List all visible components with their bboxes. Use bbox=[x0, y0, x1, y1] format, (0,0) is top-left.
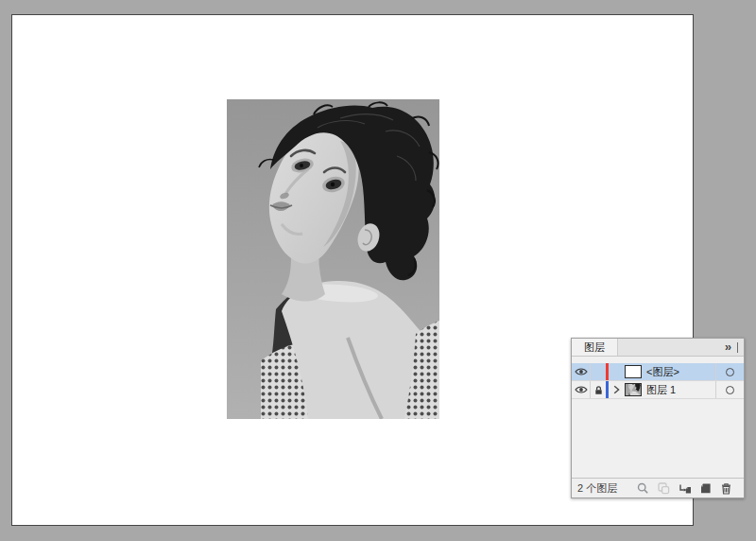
locate-object-button[interactable] bbox=[637, 482, 649, 495]
layer-row-layer1[interactable]: 图层 1 bbox=[572, 381, 744, 399]
disclosure-slot bbox=[609, 363, 624, 380]
new-sublayer-icon bbox=[679, 482, 691, 495]
layers-panel-header: 图层 ›› bbox=[572, 339, 744, 357]
layers-panel: 图层 ›› <图层> bbox=[571, 338, 745, 498]
layer-name[interactable]: <图层> bbox=[646, 365, 715, 379]
placed-photo[interactable] bbox=[227, 99, 439, 419]
new-layer-button[interactable] bbox=[699, 482, 712, 495]
portrait-image bbox=[227, 99, 439, 419]
lock-toggle[interactable] bbox=[591, 381, 606, 398]
chevron-right-icon bbox=[613, 385, 620, 394]
trash-icon bbox=[720, 482, 732, 495]
new-sublayer-button[interactable] bbox=[679, 482, 691, 495]
magnifier-icon bbox=[637, 482, 649, 495]
tab-layers[interactable]: 图层 bbox=[572, 339, 618, 356]
target-circle-icon[interactable] bbox=[726, 368, 734, 376]
lock-toggle[interactable] bbox=[591, 363, 606, 380]
visibility-toggle[interactable] bbox=[572, 381, 591, 398]
target-column bbox=[715, 381, 744, 398]
collapse-panel-icon[interactable]: ›› bbox=[723, 341, 732, 353]
expand-toggle[interactable] bbox=[609, 381, 624, 398]
application-window: 图层 ›› <图层> bbox=[0, 0, 756, 541]
layer-count-status: 2 个图层 bbox=[572, 481, 617, 496]
layer-name[interactable]: 图层 1 bbox=[646, 383, 715, 397]
eye-icon bbox=[575, 367, 588, 376]
layer-row-sublayer[interactable]: <图层> bbox=[572, 363, 744, 381]
eye-icon bbox=[575, 385, 588, 394]
portrait-thumbnail-image bbox=[626, 384, 641, 395]
new-layer-icon bbox=[699, 482, 712, 495]
footer-buttons bbox=[637, 482, 744, 495]
delete-layer-button[interactable] bbox=[720, 482, 732, 495]
make-clipping-mask-button[interactable] bbox=[658, 482, 670, 495]
visibility-toggle[interactable] bbox=[572, 363, 591, 380]
panel-menu-icon[interactable] bbox=[737, 342, 738, 353]
layers-panel-footer: 2 个图层 bbox=[572, 478, 744, 497]
layer-thumbnail-white-rectangle bbox=[625, 365, 642, 378]
lock-icon bbox=[594, 385, 603, 395]
clipping-mask-icon bbox=[658, 482, 670, 495]
layers-list: <图层> bbox=[572, 357, 744, 399]
target-circle-icon[interactable] bbox=[726, 386, 734, 394]
target-column bbox=[715, 363, 744, 380]
layer-thumbnail-photo bbox=[625, 383, 642, 396]
